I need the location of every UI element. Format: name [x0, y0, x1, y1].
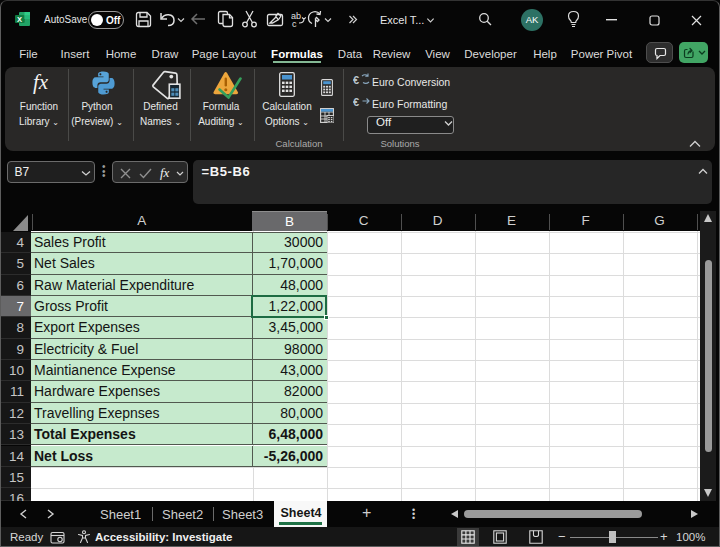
svg-text:fx: fx: [33, 70, 49, 94]
svg-text:€: €: [353, 74, 359, 86]
svg-text:€: €: [353, 96, 359, 108]
svg-text:X: X: [17, 15, 22, 24]
svg-text:fx: fx: [160, 165, 170, 180]
svg-text:c: c: [292, 19, 297, 28]
